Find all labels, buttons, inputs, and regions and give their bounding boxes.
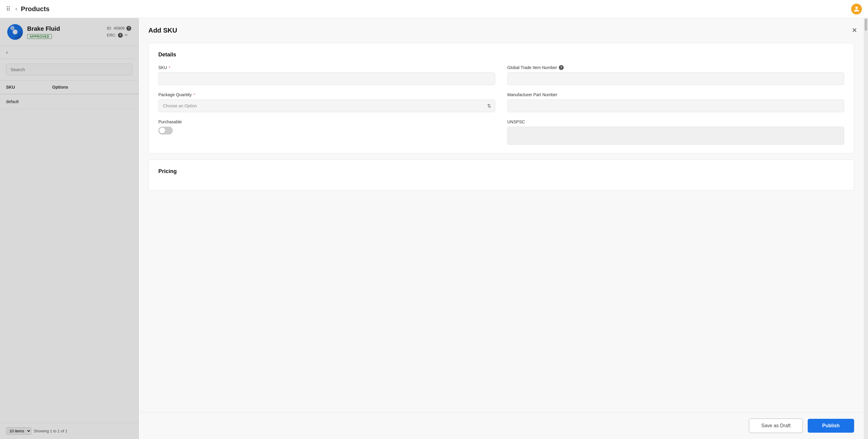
- add-sku-panel: Add SKU ✕ Details SKU *: [139, 18, 868, 439]
- purchasable-label: Purchasable: [158, 119, 495, 124]
- user-avatar[interactable]: [851, 4, 862, 14]
- gtin-field-group: Global Trade Item Number ?: [507, 65, 844, 85]
- top-nav: ⠿ ‹ Products: [0, 0, 868, 18]
- package-qty-select-wrapper: Choose an Option 1 2 6 12 ⇅: [158, 99, 495, 112]
- mpn-field-group: Manufacturer Part Number: [507, 92, 844, 112]
- pricing-section: Pricing: [148, 159, 854, 191]
- unspsc-label: UNSPSC: [507, 119, 844, 124]
- save-draft-button[interactable]: Save as Draft: [749, 418, 803, 433]
- details-title: Details: [158, 52, 844, 58]
- package-qty-select[interactable]: Choose an Option 1 2 6 12: [158, 99, 495, 112]
- scrollbar-track[interactable]: [864, 18, 868, 439]
- package-qty-required-star: *: [194, 93, 195, 97]
- pricing-title: Pricing: [158, 168, 844, 175]
- sku-field-group: SKU *: [158, 65, 495, 85]
- gtin-info-icon[interactable]: ?: [559, 65, 564, 70]
- purchasable-group: Purchasable: [158, 119, 495, 145]
- overlay: Add SKU ✕ Details SKU *: [0, 18, 868, 439]
- drawer-header: Add SKU ✕: [139, 18, 868, 43]
- details-form-grid: SKU * Global Trade Item Number ?: [158, 65, 844, 145]
- grid-icon[interactable]: ⠿: [6, 5, 10, 13]
- main-content: Brake Fluid APPROVED ID: 45909 ? ERC: ? …: [0, 18, 868, 439]
- sku-input[interactable]: [158, 72, 495, 85]
- toggle-thumb: [159, 128, 165, 133]
- package-qty-group: Package Quantity * Choose an Option 1 2 …: [158, 92, 495, 112]
- sku-label: SKU *: [158, 65, 495, 70]
- unspsc-field-group: UNSPSC: [507, 119, 844, 145]
- details-section: Details SKU *: [148, 43, 854, 154]
- drawer-footer: Save as Draft Publish: [139, 412, 868, 439]
- purchasable-toggle[interactable]: [158, 127, 173, 134]
- scrollbar-thumb[interactable]: [865, 19, 867, 31]
- publish-button[interactable]: Publish: [808, 419, 854, 433]
- back-icon[interactable]: ‹: [16, 6, 17, 12]
- gtin-input[interactable]: [507, 72, 844, 85]
- package-qty-label: Package Quantity *: [158, 92, 495, 97]
- sku-required-star: *: [169, 65, 170, 70]
- page-title: Products: [21, 5, 50, 13]
- unspsc-textarea[interactable]: [507, 127, 844, 145]
- gtin-label: Global Trade Item Number ?: [507, 65, 844, 70]
- close-button[interactable]: ✕: [850, 25, 858, 36]
- mpn-label: Manufacturer Part Number: [507, 92, 844, 97]
- drawer-body: Details SKU *: [139, 43, 868, 412]
- mpn-input[interactable]: [507, 99, 844, 112]
- drawer-title: Add SKU: [148, 27, 177, 34]
